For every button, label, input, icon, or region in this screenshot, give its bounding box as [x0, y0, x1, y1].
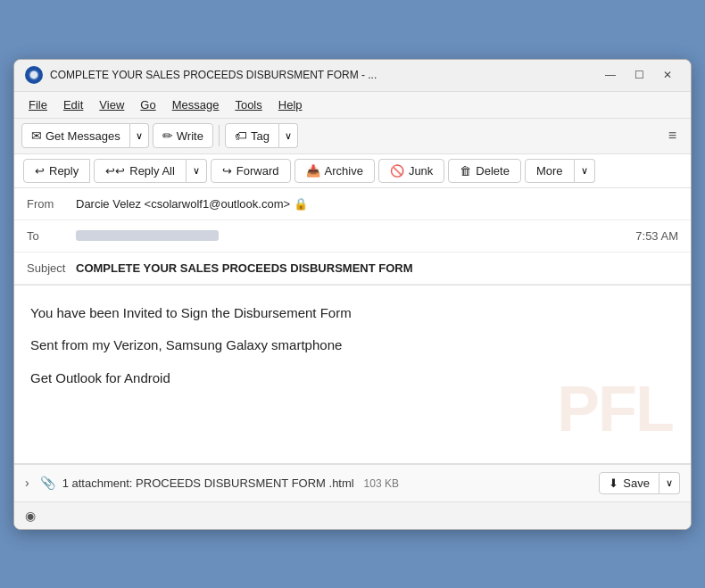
get-messages-group: ✉ Get Messages ∨ [21, 123, 149, 148]
expand-icon[interactable]: › [25, 476, 29, 490]
connection-icon: ◉ [25, 509, 36, 523]
reply-all-icon: ↩↩ [105, 164, 125, 178]
title-bar: COMPLETE YOUR SALES PROCEEDS DISBURSMENT… [14, 60, 691, 92]
tag-button[interactable]: 🏷 Tag [225, 123, 279, 148]
get-messages-button[interactable]: ✉ Get Messages [21, 123, 130, 148]
hamburger-menu-button[interactable]: ≡ [661, 123, 684, 148]
attachment-bar: › 📎 1 attachment: PROCEEDS DISBURSMENT F… [14, 464, 691, 502]
attachment-filename: PROCEEDS DISBURSMENT FORM .html [136, 476, 354, 490]
to-row: To 7:53 AM [14, 220, 691, 253]
menu-edit[interactable]: Edit [56, 95, 90, 114]
forward-icon: ↪ [222, 164, 232, 178]
save-icon: ⬇ [609, 476, 618, 490]
reply-icon: ↩ [35, 164, 45, 178]
more-chevron[interactable]: ∨ [575, 159, 595, 183]
forward-button[interactable]: ↪ Forward [211, 159, 291, 183]
menu-tools[interactable]: Tools [228, 95, 269, 114]
close-button[interactable]: ✕ [655, 66, 680, 84]
toolbar: ✉ Get Messages ∨ ✏ Write 🏷 Tag ∨ ≡ [14, 119, 691, 154]
envelope-icon: ✉ [31, 128, 42, 143]
action-bar: ↩ Reply ↩↩ Reply All ∨ ↪ Forward 📥 Archi… [14, 154, 691, 188]
email-time: 7:53 AM [635, 229, 678, 243]
get-messages-chevron[interactable]: ∨ [130, 123, 149, 148]
to-value-redacted [76, 230, 219, 241]
menu-view[interactable]: View [92, 95, 131, 114]
tag-chevron[interactable]: ∨ [279, 123, 298, 148]
window-controls: — ☐ ✕ [598, 66, 680, 84]
toolbar-separator [219, 125, 220, 146]
attachment-count: 1 attachment: [62, 476, 133, 490]
save-group: ⬇ Save ∨ [599, 472, 680, 494]
menu-file[interactable]: File [21, 95, 54, 114]
save-chevron[interactable]: ∨ [659, 472, 680, 494]
reply-all-button[interactable]: ↩↩ Reply All [94, 159, 187, 183]
write-button[interactable]: ✏ Write [153, 123, 213, 148]
from-value: Darcie Velez <csolarwolf1@outlook.com> 🔒 [76, 197, 678, 211]
menu-go[interactable]: Go [133, 95, 162, 114]
more-button[interactable]: More [525, 159, 575, 183]
email-body: You have been Invited to Sign the Disbur… [14, 286, 691, 464]
subject-value: COMPLETE YOUR SALES PROCEEDS DISBURSMENT… [76, 261, 678, 275]
more-group: More ∨ [525, 159, 595, 183]
junk-button[interactable]: 🚫 Junk [378, 159, 444, 183]
junk-icon: 🚫 [390, 164, 404, 178]
delete-button[interactable]: 🗑 Delete [448, 159, 521, 183]
subject-label: Subject [27, 261, 76, 275]
reply-all-chevron[interactable]: ∨ [187, 159, 207, 183]
delete-icon: 🗑 [460, 164, 471, 178]
archive-icon: 📥 [306, 164, 320, 178]
menu-message[interactable]: Message [165, 95, 227, 114]
body-line-3: Get Outlook for Android [30, 369, 675, 389]
reply-group: ↩ Reply [23, 159, 90, 183]
attachment-size: 103 KB [364, 477, 399, 490]
menu-bar: File Edit View Go Message Tools Help [14, 92, 691, 119]
from-label: From [27, 197, 76, 211]
status-bar: ◉ [14, 502, 691, 529]
reply-button[interactable]: ↩ Reply [23, 159, 90, 183]
body-line-1: You have been Invited to Sign the Disbur… [30, 303, 675, 324]
reply-all-group: ↩↩ Reply All ∨ [94, 159, 207, 183]
maximize-button[interactable]: ☐ [626, 66, 651, 84]
tag-icon: 🏷 [235, 128, 247, 143]
pencil-icon: ✏ [162, 128, 173, 143]
from-row: From Darcie Velez <csolarwolf1@outlook.c… [14, 188, 691, 220]
archive-button[interactable]: 📥 Archive [294, 159, 375, 183]
paperclip-icon: 📎 [40, 476, 55, 490]
app-icon [25, 66, 43, 84]
subject-row: Subject COMPLETE YOUR SALES PROCEEDS DIS… [14, 253, 691, 285]
menu-help[interactable]: Help [271, 95, 310, 114]
tag-group: 🏷 Tag ∨ [225, 123, 298, 148]
attachment-info: 1 attachment: PROCEEDS DISBURSMENT FORM … [62, 476, 593, 490]
email-headers: From Darcie Velez <csolarwolf1@outlook.c… [14, 188, 691, 286]
window-title: COMPLETE YOUR SALES PROCEEDS DISBURSMENT… [50, 69, 598, 81]
body-line-2: Sent from my Verizon, Samsung Galaxy sma… [30, 335, 675, 356]
to-label: To [27, 229, 76, 243]
minimize-button[interactable]: — [598, 66, 623, 84]
save-button[interactable]: ⬇ Save [599, 472, 659, 494]
email-window: COMPLETE YOUR SALES PROCEEDS DISBURSMENT… [13, 59, 692, 530]
